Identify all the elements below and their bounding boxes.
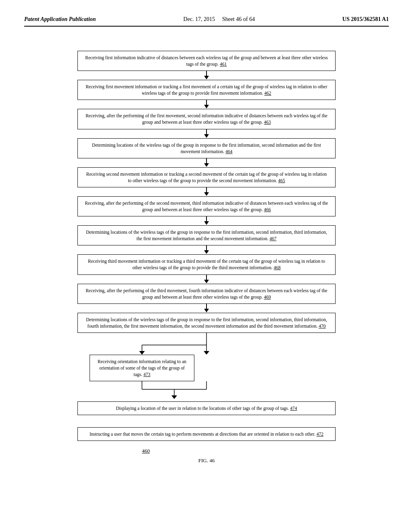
ref-463: 463 [264,120,271,125]
arrow-6 [204,216,209,225]
flow-box-473: Receiving orientation information relati… [90,355,194,381]
ref-467: 467 [269,236,276,241]
flow-box-464: Determining locations of the wireless ta… [77,138,336,158]
header-date-sheet: Dec. 17, 2015 Sheet 46 of 64 [184,16,255,23]
merge-connector [77,381,336,401]
flow-box-469: Receiving, after the performing of the t… [77,284,336,304]
arrow-8 [204,275,209,284]
flow-box-468: Receiving third movement information or … [77,254,336,274]
ref-468: 468 [274,265,281,270]
svg-marker-3 [139,351,145,355]
arrow-1 [204,71,209,80]
ref-462: 462 [264,91,271,96]
merge-svg [77,381,336,401]
flow-diagram: Receiving first information indicative o… [24,51,389,464]
split-connector: Receiving orientation information relati… [77,333,336,381]
figure-label: FIG. 46 [198,457,215,464]
ref-472: 472 [317,432,323,436]
flow-box-470: Determining locations of the wireless ta… [77,313,336,333]
arrow-3 [204,129,209,138]
ref-466: 466 [264,207,271,212]
ref-470: 470 [319,324,325,328]
arrow-5 [204,187,209,196]
bottom-ref-area: 460 [77,447,336,454]
header-sheet: Sheet 46 of 64 [222,16,255,22]
flow-box-472: Instructing a user that moves the certai… [77,427,336,441]
svg-marker-10 [171,395,177,399]
arrow-7 [204,245,209,254]
page-header: Patent Application Publication Dec. 17, … [24,16,389,27]
header-publication-label: Patent Application Publication [24,16,96,23]
ref-469: 469 [264,295,271,299]
ref-460: 460 [142,448,150,454]
ref-461: 461 [220,62,227,66]
page: Patent Application Publication Dec. 17, … [0,0,413,532]
flow-box-465: Receiving second movement information or… [77,167,336,187]
ref-474: 474 [290,406,297,411]
header-patent-number: US 2015/362581 A1 [342,16,389,23]
svg-marker-5 [204,351,209,355]
arrow-9 [204,304,209,313]
arrow-4 [204,158,209,167]
flow-box-467: Determining locations of the wireless ta… [77,225,336,245]
flow-box-463: Receiving, after the performing of the f… [77,109,336,129]
ref-464: 464 [225,149,232,154]
ref-473: 473 [144,372,150,377]
arrow-2 [204,100,209,109]
flow-box-461: Receiving first information indicative o… [77,51,336,71]
header-date: Dec. 17, 2015 [184,16,215,22]
flow-box-462: Receiving first movement information or … [77,80,336,100]
flow-box-474: Displaying a location of the user in rel… [77,401,336,415]
flow-box-466: Receiving, after the performing of the s… [77,196,336,216]
ref-465: 465 [278,178,285,183]
